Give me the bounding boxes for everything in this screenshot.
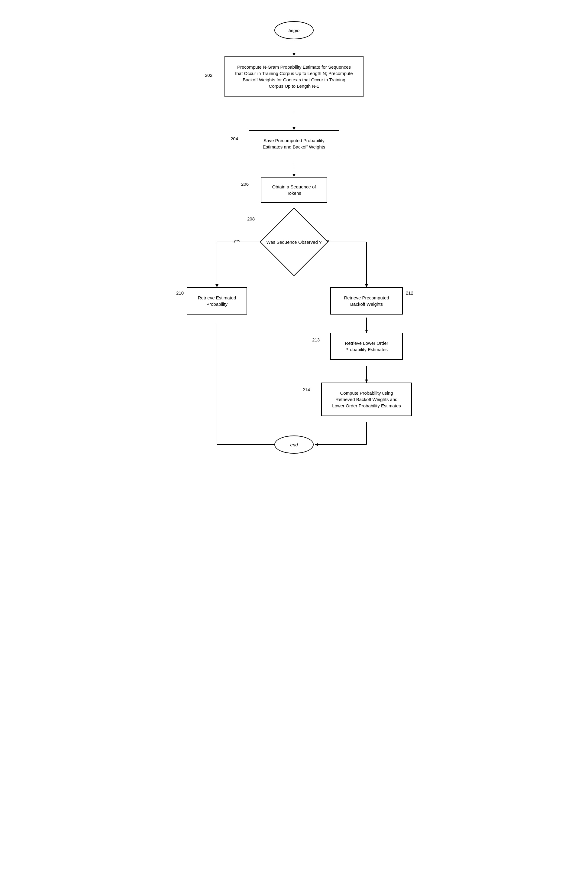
node206-label: Obtain a Sequence of Tokens (266, 181, 322, 199)
ref-208: 208 (247, 216, 255, 221)
node204-label: Save Precomputed Probability Estimates a… (254, 135, 334, 153)
ref-202: 202 (205, 73, 212, 78)
svg-marker-1 (293, 53, 295, 56)
svg-marker-23 (315, 443, 318, 446)
node-212: Retrieve Precomputed Backoff Weights (330, 287, 403, 314)
flowchart: begin Precompute N-Gram Probability Esti… (158, 12, 430, 798)
node-210: Retrieve Estimated Probability (187, 287, 247, 314)
svg-marker-10 (215, 284, 218, 287)
svg-marker-15 (365, 330, 368, 333)
node-202: Precompute N-Gram Probability Estimate f… (224, 56, 364, 97)
ref-214: 214 (303, 387, 310, 392)
no-label: no (326, 238, 331, 243)
node-208: Was Sequence Observed ? (264, 212, 324, 272)
end-node: end (275, 436, 313, 453)
ref-213: 213 (312, 337, 320, 342)
begin-label: begin (285, 25, 303, 36)
begin-node: begin (275, 21, 313, 39)
svg-marker-13 (365, 284, 368, 287)
node202-label: Precompute N-Gram Probability Estimate f… (231, 61, 357, 92)
node-204: Save Precomputed Probability Estimates a… (249, 130, 339, 157)
svg-marker-17 (365, 380, 368, 383)
end-label: end (287, 439, 301, 450)
node212-label: Retrieve Precomputed Backoff Weights (336, 292, 397, 310)
ref-206: 206 (241, 181, 249, 187)
svg-marker-3 (293, 127, 295, 130)
ref-212: 212 (406, 290, 413, 295)
node213-label: Retrieve Lower Order Probability Estimat… (336, 338, 397, 355)
ref-210: 210 (176, 290, 184, 295)
node214-label: Compute Probability using Retrieved Back… (327, 388, 406, 411)
ref-204: 204 (231, 136, 238, 141)
node-206: Obtain a Sequence of Tokens (261, 177, 327, 203)
svg-marker-5 (293, 174, 295, 177)
node208-label: Was Sequence Observed ? (267, 239, 322, 245)
yes-label: yes (234, 238, 240, 243)
node210-label: Retrieve Estimated Probability (192, 292, 242, 310)
node-213: Retrieve Lower Order Probability Estimat… (330, 333, 403, 360)
node-214: Compute Probability using Retrieved Back… (321, 383, 412, 416)
